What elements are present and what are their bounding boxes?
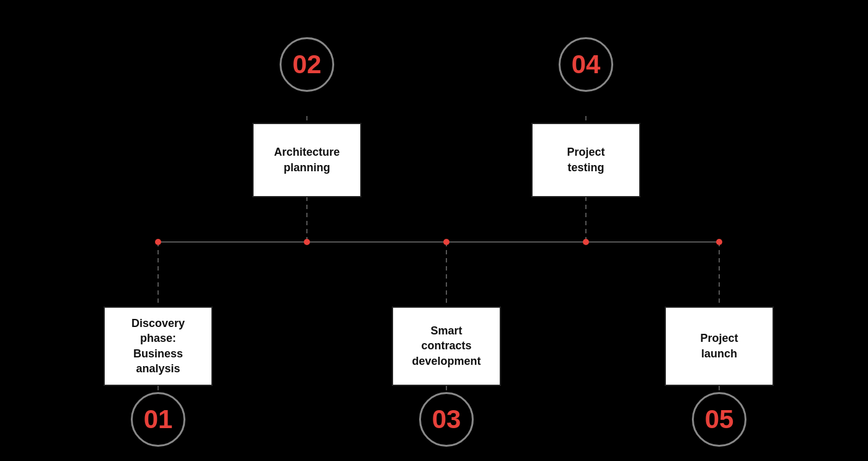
box-smart-contracts: Smartcontractsdevelopment (392, 307, 501, 386)
dot-4 (583, 239, 589, 245)
circle-05: 05 (692, 392, 746, 447)
circle-03: 03 (419, 392, 474, 447)
dot-2 (304, 239, 310, 245)
circle-04: 04 (559, 37, 613, 92)
circle-01: 01 (131, 392, 185, 447)
box-discovery-phase: Discovery phase:Businessanalysis (104, 307, 213, 386)
box-project-launch: Projectlaunch (665, 307, 774, 386)
dot-1 (155, 239, 161, 245)
box-architecture-planning: Architectureplanning (252, 123, 361, 197)
dot-3 (443, 239, 450, 245)
dot-5 (716, 239, 722, 245)
box-project-testing: Projecttesting (531, 123, 640, 197)
project-diagram: 02 Architectureplanning 04 Projecttestin… (62, 20, 806, 442)
circle-02: 02 (280, 37, 334, 92)
